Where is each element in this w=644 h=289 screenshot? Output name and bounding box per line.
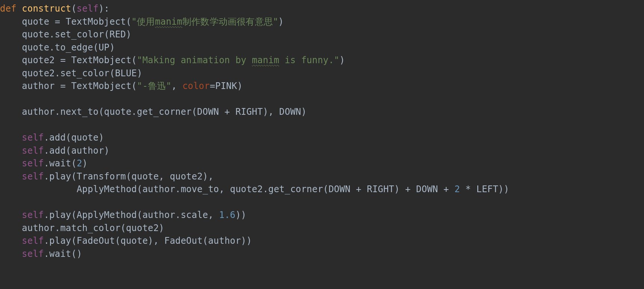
code-text: ApplyMethod(author.move_to, quote2.get_c… [0,184,455,194]
code-line: quote2 = TextMobject("Making animation b… [0,55,345,65]
paren: )) [235,210,246,220]
self-ref: self [22,249,44,259]
code-line: self.wait(2) [0,158,87,169]
code-line: author.match_color(quote2) [0,223,164,233]
code-text: quote2 = TextMobject( [0,55,137,65]
number: 2 [77,158,82,169]
comma: , [172,81,182,91]
indent [0,158,22,169]
code-text: * LEFT)) [460,184,509,194]
indent [0,249,22,259]
self-ref: self [22,236,44,246]
code-text: quote = TextMobject( [0,16,132,27]
paren: ) [278,16,284,27]
paren: ( [71,3,77,14]
code-line: quote.to_edge(UP) [0,42,115,53]
code-line: self.wait() [0,249,82,259]
paren: ) [339,55,345,65]
code-text: .play(ApplyMethod(author.scale, [44,210,219,220]
indent [0,210,22,220]
code-line: self.add(quote) [0,132,104,143]
self-ref: self [22,145,44,156]
indent [0,236,22,246]
code-text: quote.set_color(RED) [0,29,132,40]
code-line: ApplyMethod(author.move_to, quote2.get_c… [0,184,509,194]
code-text: =PINK) [210,81,243,91]
string: "使用 [132,16,155,27]
code-text: quote2.set_color(BLUE) [0,68,142,79]
string-spellcheck: manim [155,16,182,27]
code-line: self.add(author) [0,145,110,156]
code-line: author = TextMobject("-鲁迅", color=PINK) [0,81,243,91]
code-text: quote.to_edge(UP) [0,42,115,53]
string: "-鲁迅" [137,81,171,91]
string-spellcheck: manim [252,55,279,65]
code-editor[interactable]: def construct(self): quote = TextMobject… [0,0,644,260]
code-line: def construct(self): [0,3,110,14]
number: 2 [455,184,460,194]
code-text: .wait() [44,249,82,259]
code-line: self.play(FadeOut(quote), FadeOut(author… [0,236,252,246]
self-ref: self [22,171,44,182]
code-line: self.play(Transform(quote, quote2), [0,171,213,182]
paren: ) [82,158,88,169]
code-text: .play(Transform(quote, quote2), [44,171,213,182]
code-line: self.play(ApplyMethod(author.scale, 1.6)… [0,210,246,220]
function-name: construct [22,3,71,14]
code-line: quote = TextMobject("使用manim制作数学动画很有意思") [0,16,284,27]
code-text: .add(author) [44,145,110,156]
code-line: author.next_to(quote.get_corner(DOWN + R… [0,107,306,117]
kwarg-name: color [182,81,210,91]
string: is funny." [279,55,339,65]
indent [0,145,22,156]
self-ref: self [22,210,44,220]
string: 制作数学动画很有意思" [182,16,278,27]
indent [0,132,22,143]
code-text: .wait( [44,158,77,169]
self-param: self [77,3,99,14]
code-text: author.next_to(quote.get_corner(DOWN + R… [0,107,306,117]
indent [0,171,22,182]
code-line: quote2.set_color(BLUE) [0,68,142,79]
self-ref: self [22,132,44,143]
code-text: .add(quote) [44,132,104,143]
code-text: author.match_color(quote2) [0,223,164,233]
self-ref: self [22,158,44,169]
number: 1.6 [219,210,235,220]
string: "Making animation by [137,55,252,65]
paren-colon: ): [99,3,110,14]
code-line: quote.set_color(RED) [0,29,132,40]
keyword-def: def [0,3,16,14]
code-text: .play(FadeOut(quote), FadeOut(author)) [44,236,252,246]
code-text: author = TextMobject( [0,81,137,91]
